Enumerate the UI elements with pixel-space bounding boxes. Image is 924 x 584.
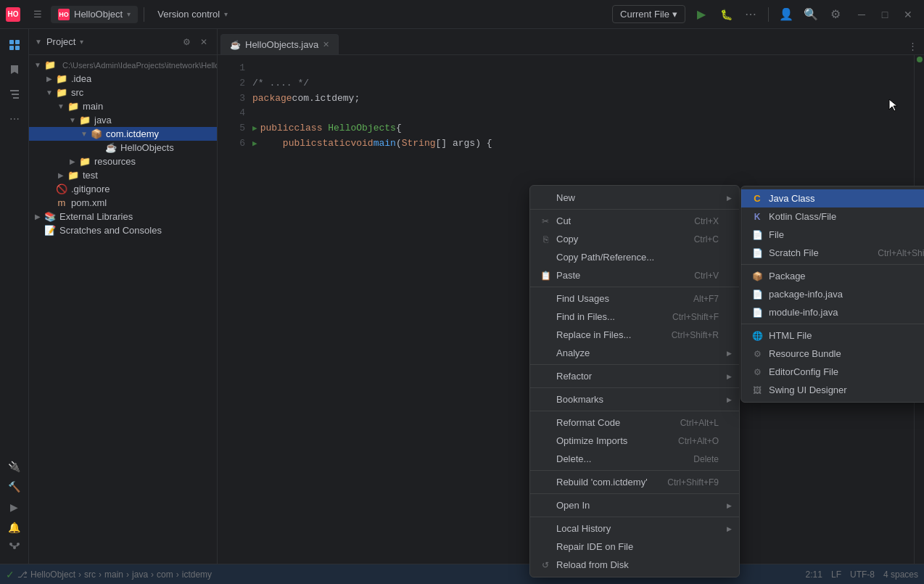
sub-menu-item-package[interactable]: 📦 Package (741, 267, 924, 285)
java-class-icon: C (750, 193, 764, 204)
context-menu-item-paste[interactable]: 📋 Paste Ctrl+V (530, 266, 739, 284)
tree-item[interactable]: ▼ 📁 java (29, 113, 217, 127)
sub-menu-item-label: Resource Bundle (769, 348, 841, 359)
tree-item[interactable]: ▶ ☕ HelloObjects (29, 141, 217, 155)
plugins-button[interactable]: 🔌 (4, 456, 25, 477)
sub-menu-item-module-info[interactable]: 📄 module-info.java (741, 303, 924, 321)
tree-item[interactable]: ▼ 📁 HelloObject C:\Users\Admin\IdeaProje… (29, 58, 217, 72)
context-menu-item-reformat[interactable]: Reformat Code Ctrl+Alt+L (530, 414, 739, 432)
version-control-menu[interactable]: Version control ▾ (150, 6, 235, 22)
more-actions-button[interactable]: ⋯ (741, 4, 761, 25)
tab-more-button[interactable]: ⋮ (904, 37, 921, 54)
copy-icon: ⎘ (539, 234, 552, 244)
tree-item[interactable]: ▶ 📁 test (29, 168, 217, 182)
sub-menu-item-swing-ui[interactable]: 🖼 Swing UI Designer (741, 381, 924, 399)
sub-menu-item-file[interactable]: 📄 File (741, 226, 924, 244)
context-menu-item-reload[interactable]: ↺ Reload from Disk (530, 556, 739, 574)
status-position-item[interactable]: 2:11 (806, 569, 822, 580)
java-file-icon: ☕ (104, 142, 117, 153)
search-button[interactable]: 🔍 (801, 4, 821, 25)
tree-item[interactable]: ▶ 📝 Scratches and Consoles (29, 223, 217, 237)
status-line-ending-item[interactable]: LF (831, 569, 841, 580)
context-menu-item-replace-in-files[interactable]: Replace in Files... Ctrl+Shift+R (530, 326, 739, 344)
close-button[interactable]: ✕ (898, 4, 918, 25)
hamburger-menu-button[interactable]: ☰ (28, 4, 48, 25)
left-icon-sidebar: ⋯ 🔌 🔨 ▶ 🔔 (0, 29, 29, 564)
context-menu-item-bookmarks[interactable]: Bookmarks (530, 390, 739, 408)
more-tools-button[interactable]: ⋯ (4, 109, 25, 129)
tree-item-label: resources (94, 156, 136, 167)
project-name-label: HelloObject (74, 9, 123, 20)
sub-menu-item-kotlin-file[interactable]: K Kotlin Class/File (741, 207, 924, 226)
tree-item[interactable]: ▶ 📚 External Libraries (29, 210, 217, 223)
context-menu-item-find-in-files[interactable]: Find in Files... Ctrl+Shift+F (530, 308, 739, 326)
status-main-label: main (104, 569, 123, 580)
status-left: ✓ ⎇ HelloObject › src › main › java › co… (6, 569, 212, 580)
status-indent-item[interactable]: 4 spaces (883, 569, 918, 580)
context-menu-item-rebuild[interactable]: Rebuild 'com.ictdemy' Ctrl+Shift+F9 (530, 473, 739, 491)
sub-menu-item-resource-bundle[interactable]: ⚙ Resource Bundle (741, 345, 924, 363)
status-separator: › (126, 569, 129, 580)
sidebar-settings-icon[interactable]: ⚙ (179, 35, 194, 49)
status-branch-item[interactable]: ⎇ HelloObject (17, 569, 75, 580)
minimize-button[interactable]: ─ (851, 4, 872, 25)
context-menu-item-optimize[interactable]: Optimize Imports Ctrl+Alt+O (530, 432, 739, 450)
context-menu-item-refactor[interactable]: Refactor (530, 367, 739, 385)
context-menu-item-repair-ide[interactable]: Repair IDE on File (530, 538, 739, 556)
tree-item[interactable]: ▼ 📁 src (29, 86, 217, 99)
sub-menu-item-java-class[interactable]: C Java Class (741, 189, 924, 207)
menu-separator (530, 493, 739, 494)
bookmarks-button[interactable] (4, 59, 25, 80)
tree-item-label: .idea (71, 73, 91, 84)
context-menu-item-find-usages[interactable]: Find Usages Alt+F7 (530, 289, 739, 308)
run-config-chevron-icon: ▾ (672, 9, 677, 20)
editor-tab-helloobjects[interactable]: ☕ HelloObjects.java ✕ (220, 34, 339, 54)
tree-item[interactable]: ▶ 🚫 .gitignore (29, 182, 217, 196)
sidebar-close-icon[interactable]: ✕ (197, 35, 211, 49)
git-button[interactable] (4, 538, 25, 558)
run-console-button[interactable]: ▶ (4, 497, 25, 517)
project-selector[interactable]: HO HelloObject ▾ (51, 6, 138, 23)
context-menu-item-copy-path[interactable]: Copy Path/Reference... (530, 248, 739, 266)
menu-item-label: Open In (556, 500, 590, 511)
tree-item-selected[interactable]: ▼ 📦 com.ictdemy (29, 127, 217, 141)
status-check-button[interactable]: ✓ (6, 569, 15, 580)
context-menu-item-cut[interactable]: ✂ Cut Ctrl+X (530, 212, 739, 230)
editor-area: ☕ HelloObjects.java ✕ ⋮ 1 2 3 4 5 6 /* .… (218, 29, 924, 564)
tree-item[interactable]: ▶ 📁 .idea (29, 72, 217, 86)
context-menu-item-analyze[interactable]: Analyze (530, 344, 739, 362)
sub-menu-item-scratch-file[interactable]: 📄 Scratch File Ctrl+Alt+Shift+Insert (741, 244, 924, 262)
project-title-chevron-icon: ▾ (80, 38, 83, 46)
context-menu-item-copy[interactable]: ⎘ Copy Ctrl+C (530, 230, 739, 248)
structure-button[interactable] (4, 84, 25, 104)
settings-button[interactable]: ⚙ (825, 4, 846, 25)
status-encoding-item[interactable]: UTF-8 (850, 569, 875, 580)
menu-item-label: Copy Path/Reference... (556, 252, 654, 263)
context-menu-item-new[interactable]: New (530, 189, 739, 207)
sub-menu-item-label: HTML File (769, 330, 812, 341)
tree-item[interactable]: ▶ m pom.xml (29, 196, 217, 210)
package-info-icon: 📄 (750, 289, 764, 300)
sub-menu-item-editor-config[interactable]: ⚙ EditorConfig File (741, 363, 924, 381)
menu-item-label: Copy (556, 234, 578, 244)
project-view-button[interactable] (4, 35, 25, 55)
tree-item[interactable]: ▼ 📁 main (29, 99, 217, 113)
action-separator (768, 7, 769, 22)
debug-button[interactable]: 🐛 (716, 4, 736, 25)
profile-button[interactable]: 👤 (776, 4, 796, 25)
project-sidebar-header[interactable]: ▼ Project ▾ ⚙ ✕ (29, 29, 217, 55)
build-button[interactable]: 🔨 (4, 477, 25, 497)
context-menu-item-local-history[interactable]: Local History (530, 519, 739, 538)
run-configuration-selector[interactable]: Current File ▾ (612, 5, 685, 23)
sub-menu-item-html-file[interactable]: 🌐 HTML File (741, 326, 924, 345)
tree-arrow-icon: ▼ (44, 89, 55, 96)
maximize-button[interactable]: □ (875, 4, 895, 25)
context-menu-item-delete[interactable]: Delete... Delete (530, 450, 739, 468)
context-menu-item-open-in[interactable]: Open In (530, 496, 739, 514)
tree-item[interactable]: ▶ 📁 resources (29, 155, 217, 168)
notifications-button[interactable]: 🔔 (4, 517, 25, 538)
run-button[interactable]: ▶ (691, 4, 711, 25)
line-num: 2 (218, 76, 245, 91)
sub-menu-item-package-info[interactable]: 📄 package-info.java (741, 285, 924, 303)
tab-close-button[interactable]: ✕ (323, 40, 329, 49)
